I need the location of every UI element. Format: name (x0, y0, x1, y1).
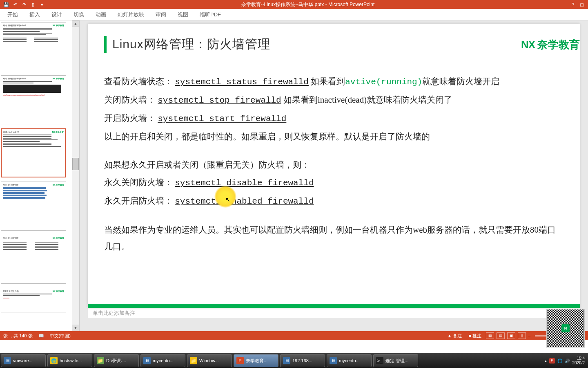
redo-icon[interactable]: ↷ (21, 2, 27, 7)
cursor-icon: ↖ (225, 196, 230, 203)
thumb-brand: NX 奈学教育 (52, 131, 64, 133)
ribbon-tabs: 开始 插入 设计 切换 动画 幻灯片放映 审阅 视图 福昕PDF (0, 9, 588, 20)
task-app-icon: P (236, 357, 244, 364)
qat-dropdown-icon[interactable]: ▾ (39, 2, 45, 7)
command-text: systemctl start firewalld (158, 114, 286, 123)
titlebar: 💾 ↶ ↷ ▯ ▾ 奈学教育--Linux操作系统--马中华.pptx - Mi… (0, 0, 588, 9)
text: 如果看到inactive(dead)就意味着防火墙关闭了 (283, 95, 452, 105)
slide-thumbnail[interactable]: NX 奈学教育 网络: 网络阶段管理eshell http://www.xxxx… (1, 75, 66, 124)
slide-thumbnail[interactable]: NX 奈学教育 网络: 网络阶段管理eshell (1, 22, 66, 71)
tab-design[interactable]: 设计 (46, 9, 68, 20)
taskbar-item[interactable]: 📁D:\录课-... (94, 354, 139, 367)
system-tray: ▴ S 🌐 🔊 15:4 2020/2 (541, 356, 588, 365)
tab-view[interactable]: 视图 (172, 9, 194, 20)
task-label: D:\录课-... (106, 358, 126, 364)
ime-indicator[interactable]: S (549, 358, 555, 364)
tray-network-icon[interactable]: 🌐 (557, 359, 562, 363)
scroll-handle[interactable] (72, 158, 79, 170)
undo-icon[interactable]: ↶ (12, 2, 18, 7)
text: 如果想永久开启或者关闭（跟重启无关）防火墙，则： (104, 157, 564, 173)
slide-canvas[interactable]: Linux网络管理：防火墙管理 NX 奈学教育 查看防火墙状态： systemc… (88, 24, 580, 308)
spellcheck-icon[interactable]: 📖 (38, 333, 44, 339)
normal-view-button[interactable]: ▦ (486, 332, 494, 339)
text: 关闭防火墙： (104, 95, 158, 105)
task-label: 192.168.... (292, 358, 314, 363)
tray-sound-icon[interactable]: 🔊 (565, 359, 570, 363)
task-label: hostswitc... (60, 358, 82, 363)
brand-text: 奈学教育 (537, 38, 580, 52)
taskbar-item[interactable]: P奈学教育... (234, 354, 278, 367)
slide-thumbnail[interactable]: NX 奈学教育 网络: 防火墙管理 (1, 235, 66, 284)
tab-slideshow[interactable]: 幻灯片放映 (112, 9, 150, 20)
help-button[interactable]: ? (572, 2, 574, 7)
comments-toggle-button[interactable]: ■ 批注 (466, 332, 484, 339)
task-app-icon: >_ (376, 357, 383, 364)
taskbar-item[interactable]: >_选定 管理... (373, 354, 418, 367)
command-text: systemctl stop firewalld (158, 96, 281, 105)
text: 当然如果作为专业的运维人员。其实也可以配置防火墙细则，例如一台机器只作为web服… (104, 222, 564, 255)
tab-insert[interactable]: 插入 (24, 9, 46, 20)
task-app-icon: 📁 (97, 357, 104, 364)
thumb-brand: NX 奈学教育 (53, 184, 64, 186)
task-app-icon: 🖥 (330, 357, 337, 364)
task-app-icon: 📁 (190, 357, 197, 364)
tab-animations[interactable]: 动画 (90, 9, 112, 20)
taskbar-item[interactable]: 🌐hostswitc... (47, 354, 92, 367)
task-app-icon: 🌐 (50, 357, 58, 364)
command-text: systemctl disable firewalld (175, 178, 314, 188)
thumb-brand: NX 奈学教育 (53, 24, 64, 27)
taskbar-item[interactable]: 📁Window... (187, 354, 232, 367)
slide-counter: 张 ，共 140 张 (3, 333, 33, 339)
task-label: 选定 管理... (385, 358, 408, 364)
text: 开启防火墙： (104, 113, 158, 123)
text: 永久关闭防火墙： (104, 177, 175, 187)
tab-transitions[interactable]: 切换 (68, 9, 90, 20)
taskbar-item[interactable]: 🖥mycento... (140, 354, 185, 367)
sorter-view-button[interactable]: ▤ (497, 332, 505, 339)
ribbon-toggle-button[interactable]: ▢ (580, 2, 584, 7)
tray-time[interactable]: 15:4 (572, 356, 585, 361)
status-running-text: avtive(running) (345, 77, 422, 87)
thumb-brand: NX 奈学教育 (53, 290, 64, 292)
text: 永久开启防火墙： (104, 196, 175, 206)
scroll-down-button[interactable]: ▼ (72, 325, 79, 331)
thumbnail-scrollbar[interactable]: ▲ ▼ (72, 20, 79, 331)
scroll-up-button[interactable]: ▲ (72, 20, 79, 27)
tab-foxit-pdf[interactable]: 福昕PDF (194, 9, 227, 20)
tray-up-icon[interactable]: ▴ (545, 359, 547, 363)
tray-date[interactable]: 2020/2 (572, 361, 585, 365)
text: 就意味着防火墙开启 (422, 76, 499, 86)
slideshow-icon[interactable]: ▯ (30, 2, 36, 7)
slide-content: 查看防火墙状态： systemctl status firewalld 如果看到… (104, 73, 564, 255)
qr-code-overlay: N (546, 309, 585, 348)
task-app-icon: 🖥 (283, 357, 290, 364)
thumbnail-panel: NX 奈学教育 网络: 网络阶段管理eshell NX 奈学教育 网络: 网络阶… (0, 20, 80, 331)
command-text: systemctl enabled firewalld (175, 197, 314, 206)
slide-thumbnail[interactable]: NX 奈学教育 第9章 管理软件包 xxxxxxxx (1, 288, 66, 312)
notes-toggle-button[interactable]: ▲ 备注 (445, 332, 464, 339)
thumb-brand: NX 奈学教育 (53, 77, 64, 80)
notes-pane[interactable]: 单击此处添加备注 (88, 308, 580, 318)
zoom-out-button[interactable]: − (528, 333, 530, 338)
taskbar-item[interactable]: 🖥mycento... (327, 354, 372, 367)
task-app-icon: 🖥 (4, 357, 11, 364)
slide-thumbnail[interactable]: NX 奈学教育 网络: 防火墙管理 (1, 128, 66, 177)
task-label: 奈学教育... (246, 358, 267, 364)
slide-thumbnail[interactable]: NX 奈学教育 网络: 防火墙管理 (1, 182, 66, 231)
taskbar-item[interactable]: 🖥vmware... (1, 354, 46, 367)
tab-review[interactable]: 审阅 (150, 9, 172, 20)
language-indicator[interactable]: 中文(中国) (50, 333, 71, 339)
save-icon[interactable]: 💾 (3, 2, 9, 7)
quick-access-toolbar: 💾 ↶ ↷ ▯ ▾ (0, 2, 48, 7)
window-title: 奈学教育--Linux操作系统--马中华.pptx - Microsoft Po… (48, 1, 568, 8)
reading-view-button[interactable]: ▣ (507, 332, 515, 339)
task-label: Window... (199, 358, 219, 363)
text: 以上的开启和关闭，都是临时性的。如果重启，则又恢复原样。默认是开启了防火墙的 (104, 128, 564, 145)
slide-footer-bar (88, 304, 580, 308)
command-text: systemctl status firewalld (175, 77, 309, 87)
taskbar-item[interactable]: 🖥192.168.... (280, 354, 325, 367)
task-label: vmware... (13, 358, 33, 363)
tab-home[interactable]: 开始 (2, 9, 24, 20)
slideshow-view-button[interactable]: ▯ (518, 332, 526, 339)
notes-placeholder: 单击此处添加备注 (93, 310, 135, 316)
